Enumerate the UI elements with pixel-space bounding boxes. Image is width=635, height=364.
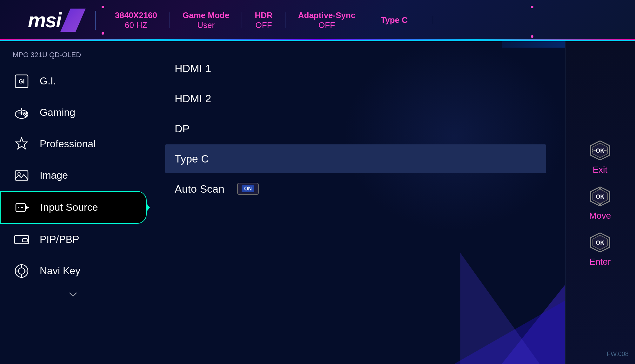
sidebar-item-pip-pbp[interactable]: PIP/PBP — [0, 224, 146, 255]
auto-scan-label: Auto Scan — [175, 183, 224, 195]
header-dot-1 — [102, 6, 104, 8]
content-item-hdmi2[interactable]: HDMI 2 — [165, 84, 546, 113]
exit-control[interactable]: OK Exit — [588, 138, 612, 175]
svg-rect-14 — [23, 239, 27, 242]
sidebar-item-gi[interactable]: GI G.I. — [0, 65, 146, 97]
hdmi1-label: HDMI 1 — [175, 62, 211, 75]
sidebar-item-professional[interactable]: Professional — [0, 128, 146, 160]
svg-point-8 — [26, 113, 28, 115]
content-item-hdmi1[interactable]: HDMI 1 — [165, 54, 546, 83]
svg-point-7 — [23, 113, 25, 115]
input-source-icon — [13, 199, 31, 216]
header-dot-3 — [531, 6, 533, 8]
stat-hdr: HDR OFF — [242, 10, 285, 30]
gaming-icon — [13, 104, 30, 121]
sidebar-item-gaming[interactable]: Gaming — [0, 97, 146, 128]
hdmi2-label: HDMI 2 — [175, 92, 211, 105]
exit-label: Exit — [593, 165, 608, 175]
toggle-on-text: ON — [244, 186, 252, 192]
navi-key-icon — [13, 262, 30, 280]
image-icon — [13, 167, 30, 184]
logo-accent — [60, 9, 86, 32]
move-control[interactable]: OK Move — [588, 184, 612, 221]
header-glow-line — [0, 39, 635, 40]
sidebar-label-navi-key: Navi Key — [40, 265, 80, 277]
resolution-line2: 60 HZ — [125, 20, 147, 30]
enter-label: Enter — [590, 257, 611, 267]
game-mode-label: Game Mode — [183, 10, 229, 20]
hdr-label: HDR — [255, 10, 272, 20]
stat-type-c: Type C — [368, 15, 433, 25]
stat-game-mode: Game Mode User — [170, 10, 242, 30]
scroll-down-indicator — [0, 290, 146, 299]
professional-icon — [13, 135, 30, 153]
svg-rect-9 — [15, 171, 28, 180]
svg-text:OK: OK — [596, 194, 605, 200]
header: msi 3840X2160 60 HZ Game Mode User HDR O… — [0, 0, 635, 41]
header-dot-2 — [102, 32, 104, 35]
exit-icon: OK — [588, 138, 612, 162]
stat-resolution: 3840X2160 60 HZ — [102, 10, 170, 30]
sidebar-label-gaming: Gaming — [40, 107, 75, 118]
type-c-label: Type C — [381, 15, 408, 25]
sidebar-item-navi-key[interactable]: Navi Key — [0, 255, 146, 287]
content-panel: HDMI 1 HDMI 2 DP Type C Auto Scan ON — [146, 41, 565, 364]
dp-label: DP — [175, 122, 190, 135]
stat-adaptive-sync: Adaptive-Sync OFF — [285, 10, 368, 30]
svg-text:GI: GI — [18, 78, 24, 85]
sidebar-label-professional: Professional — [40, 138, 96, 150]
sidebar-label-pip-pbp: PIP/PBP — [40, 234, 79, 245]
enter-control[interactable]: OK Enter — [588, 230, 612, 267]
content-item-type-c[interactable]: Type C — [165, 144, 546, 173]
sidebar-item-image[interactable]: Image — [0, 160, 146, 191]
divider-1 — [95, 11, 96, 30]
svg-text:OK: OK — [596, 148, 605, 154]
content-item-auto-scan[interactable]: Auto Scan ON — [165, 175, 546, 203]
svg-point-10 — [18, 173, 20, 175]
sidebar-item-input-source[interactable]: Input Source — [0, 191, 147, 224]
logo: msi — [28, 9, 61, 32]
hdr-value: OFF — [256, 20, 272, 30]
main-area: MPG 321U QD-OLED GI G.I. — [0, 41, 635, 364]
toggle-indicator: ON — [242, 185, 254, 192]
game-mode-value: User — [197, 20, 215, 30]
adaptive-sync-value: OFF — [318, 20, 335, 30]
resolution-line1: 3840X2160 — [115, 10, 157, 20]
monitor-model: MPG 321U QD-OLED — [0, 51, 146, 65]
sidebar-label-image: Image — [40, 169, 68, 181]
auto-scan-toggle[interactable]: ON — [237, 183, 259, 195]
type-c-option-label: Type C — [175, 153, 209, 165]
content-item-dp[interactable]: DP — [165, 114, 546, 143]
svg-rect-13 — [15, 235, 29, 244]
sidebar-label-gi: G.I. — [40, 75, 56, 87]
header-dot-4 — [531, 35, 533, 38]
fw-version: FW.008 — [607, 350, 629, 358]
adaptive-sync-label: Adaptive-Sync — [298, 10, 356, 20]
pip-pbp-icon — [13, 231, 30, 248]
move-icon: OK — [588, 184, 612, 208]
move-label: Move — [589, 211, 611, 221]
enter-icon: OK — [588, 230, 612, 254]
sidebar-label-input-source: Input Source — [40, 202, 98, 213]
svg-text:OK: OK — [596, 240, 605, 246]
svg-point-16 — [18, 268, 25, 274]
gi-icon: GI — [13, 72, 30, 90]
logo-area: msi — [0, 9, 89, 32]
controls-panel: OK Exit OK Move — [565, 41, 635, 364]
sidebar: MPG 321U QD-OLED GI G.I. — [0, 41, 146, 364]
